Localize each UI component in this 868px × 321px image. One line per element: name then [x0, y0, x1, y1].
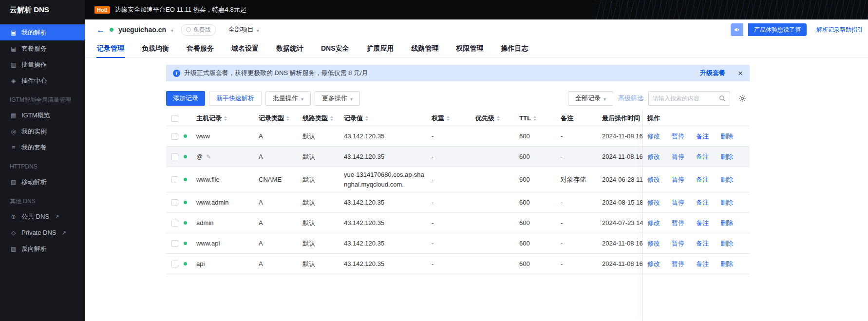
tab[interactable]: 线路管理 — [411, 40, 439, 57]
domain-caret-icon[interactable] — [171, 26, 173, 34]
settings-gear-icon[interactable] — [735, 91, 750, 106]
action-modify[interactable]: 修改 — [647, 239, 660, 248]
row-checkbox[interactable] — [171, 133, 178, 140]
tab[interactable]: 套餐服务 — [186, 40, 214, 57]
select-all-checkbox[interactable] — [171, 115, 178, 122]
record-status-dot — [184, 134, 187, 138]
sidebar-item[interactable]: ≡ 我的套餐 — [0, 139, 85, 155]
action-pause[interactable]: 暂停 — [672, 239, 684, 248]
close-banner-icon[interactable] — [738, 69, 743, 77]
action-remark[interactable]: 备注 — [696, 152, 709, 161]
action-delete[interactable]: 删除 — [720, 260, 733, 268]
action-remark[interactable]: 备注 — [696, 132, 709, 141]
row-checkbox[interactable] — [171, 261, 178, 267]
col-weight[interactable]: 权重 — [432, 114, 475, 123]
action-modify[interactable]: 修改 — [647, 198, 660, 207]
tab[interactable]: 权限管理 — [456, 40, 484, 57]
col-ttl[interactable]: TTL — [519, 114, 561, 122]
sort-icon[interactable] — [447, 116, 450, 121]
sidebar-item[interactable]: ▨ 反向解析 — [0, 241, 85, 257]
sort-icon[interactable] — [365, 116, 368, 121]
edit-host-icon[interactable] — [206, 153, 211, 160]
app-title: 云解析 DNS — [0, 0, 85, 19]
tab[interactable]: DNS安全 — [321, 40, 350, 57]
col-priority[interactable]: 优先级 — [475, 114, 519, 123]
action-modify[interactable]: 修改 — [647, 152, 660, 161]
tab[interactable]: 负载均衡 — [141, 40, 170, 57]
remark-cell: - — [561, 132, 602, 140]
sort-icon[interactable] — [224, 116, 227, 121]
tab[interactable]: 数据统计 — [276, 40, 304, 57]
quick-setup-button[interactable]: 新手快速解析 — [209, 91, 262, 106]
tab[interactable]: 域名设置 — [231, 40, 259, 57]
search-box[interactable] — [648, 91, 730, 106]
add-record-button[interactable]: 添加记录 — [166, 91, 205, 106]
action-modify[interactable]: 修改 — [647, 175, 660, 184]
record-filter-dropdown[interactable]: 全部记录 — [568, 91, 613, 106]
col-host[interactable]: 主机记录 — [196, 114, 259, 123]
row-checkbox[interactable] — [171, 153, 178, 160]
action-pause[interactable]: 暂停 — [672, 260, 684, 268]
action-remark[interactable]: 备注 — [696, 239, 709, 248]
sidebar-item[interactable]: ▦ IGTM概览 — [0, 107, 85, 123]
toolbar-right: 全部记录 高级筛选 — [568, 91, 750, 106]
upgrade-plan-link[interactable]: 升级套餐 — [700, 69, 725, 77]
sidebar-item[interactable]: ◎ 我的实例 — [0, 123, 85, 139]
project-selector[interactable]: 全部项目 — [228, 25, 259, 34]
action-pause[interactable]: 暂停 — [672, 132, 684, 141]
action-pause[interactable]: 暂停 — [672, 198, 684, 207]
sort-icon[interactable] — [497, 116, 500, 121]
action-modify[interactable]: 修改 — [647, 219, 660, 227]
back-arrow-button[interactable] — [96, 26, 105, 34]
promo-text[interactable]: 边缘安全加速平台EO 11.11 热卖，特惠4.8元起 — [115, 5, 246, 14]
row-checkbox[interactable] — [171, 220, 178, 227]
help-guide-link[interactable]: 解析记录帮助指引 — [816, 26, 863, 34]
search-icon[interactable] — [719, 95, 726, 102]
col-updated[interactable]: 最后操作时间 — [602, 114, 642, 123]
action-remark[interactable]: 备注 — [696, 219, 709, 227]
row-checkbox[interactable] — [171, 240, 178, 247]
sidebar-item[interactable]: ▣ 我的解析 — [0, 24, 85, 40]
action-delete[interactable]: 删除 — [720, 152, 733, 161]
action-pause[interactable]: 暂停 — [672, 219, 684, 227]
megaphone-icon[interactable] — [731, 23, 743, 36]
tab[interactable]: 操作日志 — [501, 40, 529, 57]
feedback-button[interactable]: 产品体验您说了算 — [748, 23, 807, 36]
sidebar-item-icon: ⊕ — [10, 213, 17, 220]
action-pause[interactable]: 暂停 — [672, 152, 684, 161]
sort-icon[interactable] — [330, 116, 333, 121]
tab[interactable]: 扩展应用 — [366, 40, 395, 57]
action-remark[interactable]: 备注 — [696, 260, 709, 268]
col-type[interactable]: 记录类型 — [259, 114, 302, 123]
action-delete[interactable]: 删除 — [720, 175, 733, 184]
domain-name[interactable]: yueguichao.cn — [118, 26, 166, 34]
more-ops-dropdown[interactable]: 更多操作 — [315, 91, 360, 106]
action-delete[interactable]: 删除 — [720, 239, 733, 248]
remark-cell: - — [561, 199, 602, 206]
col-value[interactable]: 记录值 — [344, 111, 432, 126]
sidebar-item[interactable]: ▧ 移动解析 — [0, 174, 85, 190]
action-delete[interactable]: 删除 — [720, 198, 733, 207]
sidebar-item[interactable]: ◈ 插件中心 — [0, 73, 85, 89]
search-input[interactable] — [653, 95, 716, 102]
action-remark[interactable]: 备注 — [696, 198, 709, 207]
tab[interactable]: 记录管理 — [96, 40, 125, 57]
sidebar-item[interactable]: ▥ 批量操作 — [0, 57, 85, 73]
sidebar-item[interactable]: ◇ Private DNS — [0, 225, 85, 241]
advanced-filter-link[interactable]: 高级筛选 — [618, 94, 643, 103]
action-pause[interactable]: 暂停 — [672, 175, 684, 184]
row-checkbox[interactable] — [171, 176, 178, 183]
action-remark[interactable]: 备注 — [696, 175, 709, 184]
action-delete[interactable]: 删除 — [720, 132, 733, 141]
action-delete[interactable]: 删除 — [720, 219, 733, 227]
action-modify[interactable]: 修改 — [647, 260, 660, 268]
col-line[interactable]: 线路类型 — [302, 114, 344, 123]
batch-ops-dropdown[interactable]: 批量操作 — [265, 91, 311, 106]
sidebar-item[interactable]: ▤ 套餐服务 — [0, 40, 85, 57]
sidebar-item[interactable]: ⊕ 公共 DNS — [0, 208, 85, 225]
row-checkbox[interactable] — [171, 199, 178, 206]
updated-cell: 2024-11-08 16: — [602, 153, 642, 160]
sort-icon[interactable] — [533, 116, 536, 121]
action-modify[interactable]: 修改 — [647, 132, 660, 141]
sort-icon[interactable] — [286, 116, 289, 121]
